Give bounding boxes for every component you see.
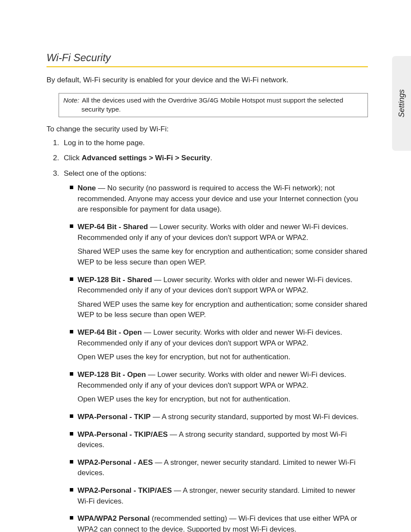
- step-2: Click Advanced settings > Wi-Fi > Securi…: [61, 153, 368, 163]
- option-wpa-tkip-aes: WPA-Personal - TKIP/AES — A strong secur…: [70, 429, 368, 451]
- step-3-text: Select one of the options:: [64, 169, 146, 177]
- option-wep128-open: WEP-128 Bit - Open — Lower security. Wor…: [70, 370, 368, 405]
- option-wep64o-label: WEP-64 Bit - Open: [78, 328, 142, 336]
- steps-list: Log in to the home page. Click Advanced …: [47, 138, 368, 532]
- page-title: Wi-Fi Security: [47, 52, 368, 67]
- option-none: None — No security (no password is requi…: [70, 183, 368, 215]
- option-wpa2ta-label: WPA2-Personal - TKIP/AES: [78, 486, 172, 495]
- page-container: Settings Wi-Fi Security By default, Wi-F…: [0, 0, 411, 532]
- intro-text: By default, Wi-Fi security is enabled fo…: [47, 75, 368, 85]
- option-wpa2-tkip-aes: WPA2-Personal - TKIP/AES — A stronger, n…: [70, 485, 368, 507]
- option-wpa-tkip: WPA-Personal - TKIP — A strong security …: [70, 412, 368, 423]
- option-none-label: None: [78, 184, 96, 192]
- option-wpa2a-label: WPA2-Personal - AES: [78, 458, 153, 467]
- option-wep128o-extra: Open WEP uses the key for encryption, bu…: [78, 394, 368, 405]
- step-2-bold: Advanced settings > Wi-Fi > Security: [82, 154, 210, 162]
- option-wpatk-desc: — A strong security standard, supported …: [151, 413, 359, 421]
- lead-text: To change the security used by Wi-Fi:: [47, 125, 368, 134]
- step-3: Select one of the options: None — No sec…: [61, 168, 368, 532]
- note-box: Note:All the devices used with the Overd…: [59, 93, 368, 117]
- option-wpa2-aes: WPA2-Personal - AES — A stronger, newer …: [70, 457, 368, 479]
- option-none-desc: — No security (no password is required t…: [78, 184, 358, 213]
- option-wep64o-extra: Open WEP uses the key for encryption, bu…: [78, 352, 368, 363]
- side-tab: Settings: [392, 56, 411, 151]
- option-wep128s-extra: Shared WEP uses the same key for encrypt…: [78, 299, 368, 320]
- option-wep64s-label: WEP-64 Bit - Shared: [78, 223, 148, 231]
- option-wep128-shared: WEP-128 Bit - Shared — Lower security. W…: [70, 275, 368, 321]
- step-2-prefix: Click: [64, 154, 82, 162]
- option-wep64s-extra: Shared WEP uses the same key for encrypt…: [78, 246, 368, 268]
- option-wpatk-label: WPA-Personal - TKIP: [78, 413, 151, 421]
- option-wep128s-label: WEP-128 Bit - Shared: [78, 276, 152, 284]
- options-list: None — No security (no password is requi…: [64, 183, 368, 532]
- side-tab-label: Settings: [397, 89, 406, 117]
- option-wpaw2-label: WPA/WPA2 Personal: [78, 514, 150, 523]
- step-1-text: Log in to the home page.: [64, 139, 145, 147]
- step-2-suffix: .: [210, 154, 212, 162]
- option-wpa-wpa2: WPA/WPA2 Personal (recommended setting) …: [70, 513, 368, 532]
- option-wpata-label: WPA-Personal - TKIP/AES: [78, 430, 168, 439]
- note-label: Note:: [63, 96, 79, 104]
- option-wep64-shared: WEP-64 Bit - Shared — Lower security. Wo…: [70, 222, 368, 268]
- note-text: All the devices used with the Overdrive …: [81, 96, 343, 113]
- step-1: Log in to the home page.: [61, 138, 368, 148]
- option-wep64-open: WEP-64 Bit - Open — Lower security. Work…: [70, 327, 368, 363]
- option-wep128o-label: WEP-128 Bit - Open: [78, 370, 146, 379]
